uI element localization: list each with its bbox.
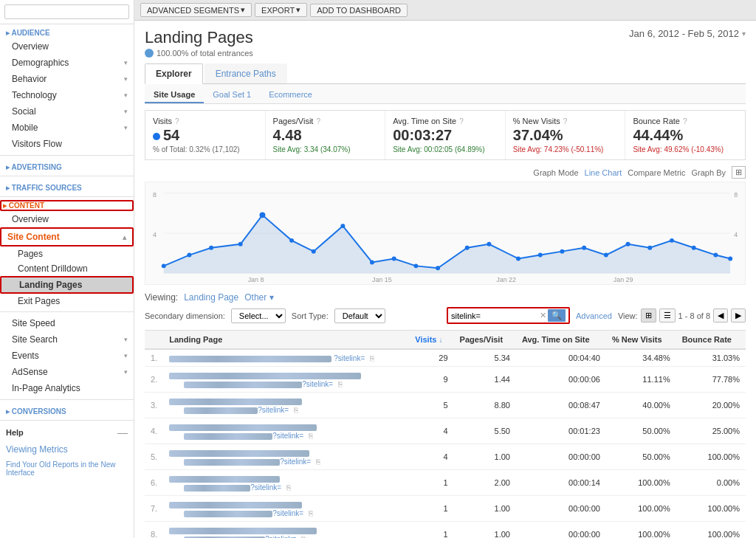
help-icon[interactable]: ? <box>683 117 687 125</box>
sidebar-search-input[interactable] <box>4 4 129 19</box>
add-to-dashboard-button[interactable]: ADD TO DASHBOARD <box>310 4 408 17</box>
advanced-filter-link[interactable]: Advanced <box>576 311 612 320</box>
help-collapse-icon[interactable]: — <box>117 427 128 438</box>
list-view-button[interactable]: ☰ <box>659 308 676 323</box>
sidebar-item-site-search[interactable]: Site Search▾ <box>0 331 134 348</box>
sidebar-item-overview-audience[interactable]: Overview <box>0 38 134 55</box>
sidebar-section-advertising[interactable]: ▸ ADVERTISING <box>0 159 134 173</box>
landing-page-cell[interactable]: ?sitelink= ⎘ <box>163 496 409 522</box>
collapse-icon[interactable]: ▴ <box>123 233 126 241</box>
sub-tab-site-usage[interactable]: Site Usage <box>145 87 204 103</box>
help-icon[interactable]: ? <box>175 117 179 125</box>
landing-page-cell[interactable]: ?sitelink= ⎘ <box>163 393 409 418</box>
external-link-icon[interactable]: ⎘ <box>309 432 313 440</box>
sidebar-item-social[interactable]: Social▾ <box>0 103 134 120</box>
col-pages-visit[interactable]: Pages/Visit <box>454 331 516 350</box>
external-link-icon[interactable]: ⎘ <box>294 406 298 414</box>
row-number: 8. <box>145 522 163 539</box>
external-link-icon[interactable]: ⎘ <box>370 354 374 362</box>
external-link-icon[interactable]: ⎘ <box>316 458 320 466</box>
tab-explorer[interactable]: Explorer <box>145 63 203 84</box>
export-button[interactable]: EXPORT ▾ <box>255 3 307 17</box>
landing-page-cell[interactable]: ?sitelink= ⎘ <box>163 418 409 444</box>
landing-page-cell[interactable]: ?sitelink= ⎘ <box>163 349 409 367</box>
viewing-other-link[interactable]: Other ▾ <box>244 292 273 303</box>
sidebar-item-exit-pages[interactable]: Exit Pages <box>0 294 134 308</box>
help-icon[interactable]: ? <box>316 117 320 125</box>
sitelink-text: ?sitelink= <box>250 483 281 492</box>
viewing-landing-page-link[interactable]: Landing Page <box>184 292 238 303</box>
sidebar-item-mobile[interactable]: Mobile▾ <box>0 120 134 136</box>
sub-tab-goal-set-1[interactable]: Goal Set 1 <box>204 87 260 103</box>
pages-visit-cell: 5.50 <box>454 418 516 444</box>
sort-type-select[interactable]: Default <box>334 308 385 323</box>
sidebar-item-technology[interactable]: Technology▾ <box>0 87 134 103</box>
row-number: 1. <box>145 349 163 367</box>
secondary-dim-select[interactable]: Select... <box>231 308 286 323</box>
metric-visits-label: Visits ? <box>153 117 258 125</box>
metric-visits-avg: % of Total: 0.32% (17,102) <box>153 145 258 154</box>
metric-pages-avg: Site Avg: 3.34 (34.07%) <box>273 145 378 154</box>
visits-cell: 1 <box>409 470 453 496</box>
sidebar-item-visitors-flow[interactable]: Visitors Flow <box>0 136 134 152</box>
new-visits-cell: 100.00% <box>606 496 676 522</box>
external-link-icon[interactable]: ⎘ <box>286 483 291 492</box>
external-link-icon[interactable]: ⎘ <box>309 509 313 517</box>
col-avg-time[interactable]: Avg. Time on Site <box>516 331 606 350</box>
graph-controls: Graph Mode Line Chart Compare Metric Gra… <box>145 166 746 179</box>
external-link-icon[interactable]: ⎘ <box>338 380 343 388</box>
col-new-visits[interactable]: % New Visits <box>606 331 676 350</box>
sidebar-item-landing-pages[interactable]: Landing Pages <box>0 276 134 294</box>
sidebar-item-demographics[interactable]: Demographics▾ <box>0 55 134 71</box>
sidebar-section-conversions[interactable]: ▸ CONVERSIONS <box>0 403 134 417</box>
sidebar-section-traffic-sources[interactable]: ▸ TRAFFIC SOURCES <box>0 179 134 193</box>
date-range[interactable]: Jan 6, 2012 - Feb 5, 2012 ▾ <box>629 28 746 39</box>
url-text <box>169 424 317 431</box>
sidebar-item-pages[interactable]: Pages <box>0 246 134 261</box>
graph-mode-label: Graph Mode <box>533 168 578 177</box>
pages-visit-cell: 1.00 <box>454 496 516 522</box>
tab-entrance-paths[interactable]: Entrance Paths <box>205 63 287 83</box>
sidebar-item-in-page[interactable]: In-Page Analytics <box>0 380 134 396</box>
help-icon[interactable]: ? <box>459 117 464 125</box>
landing-page-cell[interactable]: ?sitelink= ⎘ <box>163 470 409 496</box>
landing-page-cell[interactable]: ?sitelink= ⎘ <box>163 444 409 470</box>
sidebar-item-overview-content[interactable]: Overview <box>0 211 134 227</box>
sidebar-item-site-content[interactable]: Site Content ▴ <box>0 227 134 246</box>
col-bounce-rate[interactable]: Bounce Rate <box>676 331 746 350</box>
sidebar-item-content-drilldown[interactable]: Content Drilldown <box>0 261 134 276</box>
sidebar-section-audience[interactable]: ▸ AUDIENCE <box>0 24 134 38</box>
url-text <box>184 459 280 466</box>
grid-view-icon[interactable]: ⊞ <box>732 166 746 179</box>
search-button[interactable]: 🔍 <box>548 309 566 322</box>
bounce-rate-cell: 77.78% <box>676 367 746 393</box>
grid-view-button[interactable]: ⊞ <box>641 308 656 323</box>
metric-visits-value: 54 <box>153 127 258 144</box>
landing-page-cell[interactable]: ?sitelink= ⎘ <box>163 522 409 539</box>
sidebar-item-old-reports[interactable]: Find Your Old Reports in the New Interfa… <box>0 458 134 480</box>
col-visits[interactable]: Visits ↓ <box>409 331 453 350</box>
sidebar-item-events[interactable]: Events▾ <box>0 348 134 364</box>
search-input[interactable] <box>451 311 540 320</box>
svg-point-21 <box>392 257 396 261</box>
help-icon[interactable]: ? <box>563 117 568 125</box>
col-landing-page[interactable]: Landing Page <box>163 331 409 350</box>
next-page-button[interactable]: ▶ <box>731 308 746 323</box>
sidebar-item-behavior[interactable]: Behavior▾ <box>0 71 134 87</box>
clear-search-icon[interactable]: ✕ <box>540 311 546 320</box>
advanced-segments-button[interactable]: ADVANCED SEGMENTS ▾ <box>140 3 252 17</box>
sidebar-section-content[interactable]: ▸ CONTENT <box>0 200 134 211</box>
external-link-icon[interactable]: ⎘ <box>301 535 306 538</box>
landing-page-cell[interactable]: ?sitelink= ⎘ <box>163 367 409 393</box>
sidebar-search-area <box>0 0 134 24</box>
sidebar-item-adsense[interactable]: AdSense▾ <box>0 364 134 380</box>
visits-cell: 4 <box>409 444 453 470</box>
svg-point-22 <box>413 263 418 268</box>
view-controls: View: ⊞ ☰ 1 - 8 of 8 ◀ ▶ <box>618 308 746 323</box>
sidebar-item-site-speed[interactable]: Site Speed <box>0 315 134 331</box>
sub-tab-ecommerce[interactable]: Ecommerce <box>260 87 321 103</box>
sidebar-item-viewing-metrics[interactable]: Viewing Metrics <box>0 441 134 458</box>
line-chart-link[interactable]: Line Chart <box>585 168 622 177</box>
visits-cell: 9 <box>409 367 453 393</box>
prev-page-button[interactable]: ◀ <box>713 308 728 323</box>
